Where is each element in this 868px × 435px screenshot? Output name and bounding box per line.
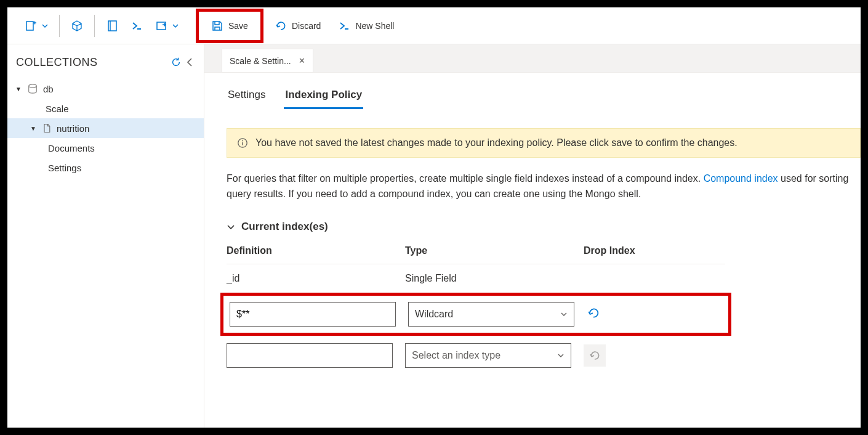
open-button[interactable] — [149, 15, 185, 37]
sidebar: COLLECTIONS ▼ db Scale — [7, 44, 204, 428]
open-tabs-strip: Scale & Settin... ✕ — [204, 44, 861, 73]
tree-settings-label: Settings — [48, 163, 81, 173]
tree-settings[interactable]: Settings — [7, 158, 204, 177]
subtab-indexing-policy[interactable]: Indexing Policy — [284, 85, 363, 109]
discard-label: Discard — [292, 21, 321, 31]
tree-database-label: db — [43, 84, 54, 94]
refresh-button[interactable] — [168, 54, 184, 70]
chevron-down-icon — [172, 23, 179, 29]
select-placeholder: Select an index type — [412, 350, 500, 361]
toolbar-separator — [94, 15, 95, 37]
sidebar-title: COLLECTIONS — [16, 56, 168, 69]
col-type: Type — [405, 245, 584, 256]
info-icon — [237, 137, 248, 148]
compound-index-link[interactable]: Compound index — [704, 173, 778, 184]
index-type-select[interactable]: Wildcard — [408, 302, 574, 327]
tree-collection-label: nutrition — [57, 123, 89, 134]
top-toolbar: Save Discard New Shell — [7, 7, 861, 44]
index-definition-input[interactable] — [230, 302, 396, 327]
tree-collection-nutrition[interactable]: ▼ nutrition — [7, 118, 204, 138]
cube-icon — [71, 20, 83, 32]
drop-index-button[interactable] — [587, 306, 600, 320]
prompt-icon — [131, 20, 143, 32]
expand-arrow-icon: ▼ — [15, 86, 22, 92]
svg-point-6 — [29, 84, 37, 87]
undo-icon — [275, 20, 287, 32]
prompt-icon — [338, 20, 350, 32]
new-shell-button[interactable]: New Shell — [332, 15, 400, 37]
chevron-down-icon — [560, 311, 568, 318]
index-definition-input[interactable] — [227, 343, 393, 368]
discard-button[interactable]: Discard — [268, 15, 327, 37]
index-type-select[interactable]: Select an index type — [405, 343, 571, 368]
chevron-down-icon — [227, 222, 235, 231]
unsaved-changes-alert: You have not saved the latest changes ma… — [227, 128, 861, 158]
new-collection-button[interactable] — [18, 15, 54, 37]
new-shell-label: New Shell — [355, 21, 394, 31]
section-title: Current index(es) — [241, 221, 328, 233]
main-panel: Scale & Settin... ✕ Settings Indexing Po… — [204, 44, 861, 428]
shell-button[interactable] — [124, 15, 149, 37]
subtab-settings[interactable]: Settings — [227, 85, 267, 109]
col-drop: Drop Index — [584, 245, 725, 256]
index-row-new: Select an index type — [227, 336, 725, 376]
save-button[interactable]: Save — [196, 9, 263, 43]
notebook-icon — [106, 20, 118, 32]
chevron-down-icon — [42, 23, 48, 29]
tree-database[interactable]: ▼ db — [7, 79, 204, 99]
collapse-sidebar-button[interactable] — [184, 54, 195, 70]
svg-point-8 — [242, 140, 243, 142]
indexing-description: For queries that filter on multiple prop… — [227, 171, 861, 202]
open-tab-scale-settings[interactable]: Scale & Settin... ✕ — [222, 49, 313, 72]
tree-scale-label: Scale — [46, 104, 69, 114]
svg-rect-3 — [108, 21, 116, 31]
col-definition: Definition — [227, 245, 405, 256]
tree-scale[interactable]: Scale — [7, 99, 204, 118]
alert-text: You have not saved the latest changes ma… — [255, 137, 737, 148]
index-definition: _id — [227, 273, 405, 284]
save-label: Save — [228, 21, 248, 31]
notebook-button[interactable] — [100, 15, 124, 37]
open-icon — [155, 20, 167, 32]
collections-tree: ▼ db Scale ▼ nutrition Doc — [7, 76, 204, 177]
index-type: Single Field — [405, 273, 584, 284]
tree-documents[interactable]: Documents — [7, 138, 204, 158]
new-collection-icon — [25, 20, 37, 32]
sql-query-button[interactable] — [65, 15, 89, 37]
open-tab-label: Scale & Settin... — [230, 56, 291, 66]
toolbar-separator — [59, 15, 60, 37]
chevron-down-icon — [557, 352, 565, 359]
save-icon — [211, 20, 223, 32]
index-row-wildcard: Wildcard — [220, 293, 731, 336]
index-table: Definition Type Drop Index _id Single Fi… — [227, 245, 725, 376]
index-row-id: _id Single Field — [227, 264, 725, 293]
tree-documents-label: Documents — [48, 143, 95, 153]
database-icon — [27, 83, 38, 94]
close-tab-button[interactable]: ✕ — [299, 56, 305, 65]
drop-index-button-disabled — [584, 344, 606, 367]
select-value: Wildcard — [415, 309, 453, 320]
expand-arrow-icon: ▼ — [30, 125, 37, 132]
document-icon — [42, 123, 52, 133]
svg-rect-0 — [26, 22, 33, 30]
subtabs: Settings Indexing Policy — [227, 85, 861, 110]
current-indexes-header[interactable]: Current index(es) — [227, 221, 861, 233]
